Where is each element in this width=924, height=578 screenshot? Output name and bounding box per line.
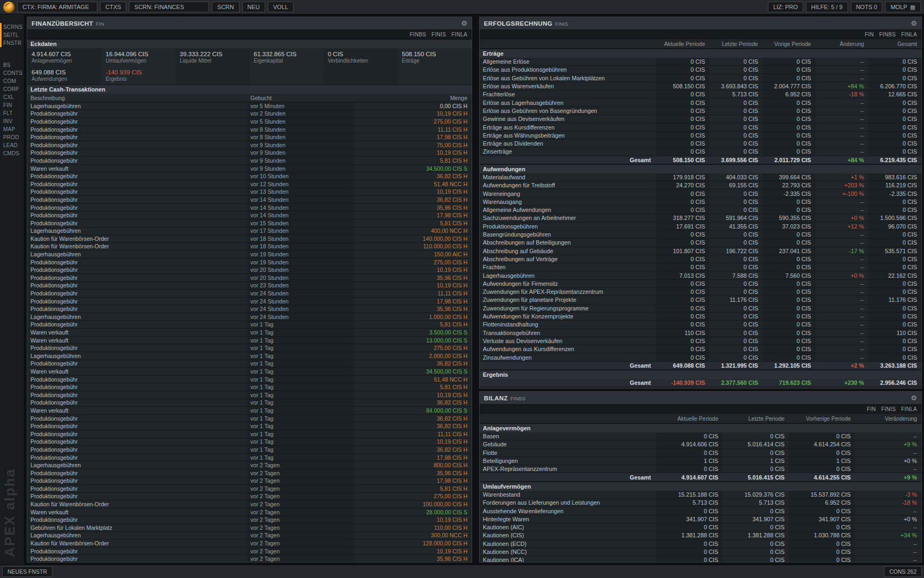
transaction-time: vor 2 Tagen — [247, 524, 353, 531]
table-row: APEX-Repräsentanzzentrum0 CIS0 CIS0 CIS-… — [480, 465, 921, 473]
tab-finla[interactable]: FINLA — [901, 406, 917, 412]
row-value: +0 % — [855, 515, 921, 523]
tab-finbs[interactable]: FINBS — [879, 32, 896, 37]
sidebar-item-prod[interactable]: PROD — [2, 133, 24, 141]
apex-logo-icon[interactable] — [3, 2, 14, 13]
tab-finla[interactable]: FINLA — [451, 32, 467, 37]
sidebar-item-fnstr[interactable]: FNSTR — [2, 39, 24, 47]
row-value: 719.623 CIS — [763, 379, 815, 386]
transaction-row: Produktionsgebührvor 15 Stunden5,81 CIS … — [27, 219, 472, 227]
transaction-description: Produktionsgebühr — [27, 298, 247, 305]
row-value: 399.664 CIS — [763, 173, 815, 181]
row-value: 0 CIS — [656, 305, 709, 312]
notifications-button[interactable]: NOTS 0 — [851, 2, 883, 12]
row-value: 0 CIS — [710, 329, 763, 337]
transaction-description: Produktionsgebühr — [27, 196, 247, 203]
column-aktuelle-periode: Aktuelle Periode — [656, 415, 722, 422]
screen-selector[interactable]: SCRN: FINANCES — [129, 2, 209, 12]
molp-button[interactable]: MOLP▦ — [885, 2, 921, 12]
row-value: 96.070 CIS — [868, 223, 921, 230]
tab-finis[interactable]: FINIS — [432, 32, 446, 37]
context-selector[interactable]: CTX: FIRMA: ARMITAGE — [17, 2, 97, 12]
row-value: -- — [815, 353, 868, 361]
sidebar-item-corp[interactable]: CORP — [2, 85, 24, 93]
sidebar-item-com[interactable]: COM — [2, 77, 24, 85]
row-value: 0 CIS — [710, 115, 763, 123]
panel-title: ERFOLGSRECHNUNG — [484, 20, 552, 27]
row-value: 101.807 CIS — [656, 247, 709, 255]
transaction-row: Produktionsgebührvor 8 Stunden17,98 CIS … — [27, 133, 472, 141]
transaction-amount: 10,19 CIS H — [354, 391, 472, 399]
sidebar-item-seitl[interactable]: SEITL — [2, 31, 24, 39]
row-value: 0 CIS — [656, 507, 722, 514]
eckdaten-cell: 508.150 CISErträge — [398, 48, 472, 66]
balance-table: AnlagevermögenBasen0 CIS0 CIS0 CIS--Gebä… — [480, 423, 921, 562]
row-value: 0 CIS — [789, 548, 855, 556]
neu-button[interactable]: NEU — [242, 2, 265, 12]
sidebar-item-conts[interactable]: CONTS — [2, 69, 24, 77]
scrn-button[interactable]: SCRN — [212, 2, 239, 12]
transaction-row: Lagerhausgebührenvor 2 Tagen300,00 NCC H — [27, 532, 472, 540]
sidebar-item-inv[interactable]: INV — [2, 117, 24, 125]
row-value: 0 CIS — [656, 189, 709, 197]
tab-finis[interactable]: FINIS — [881, 406, 896, 412]
row-value: -- — [815, 263, 868, 271]
sidebar-item-cxl[interactable]: CXL — [2, 93, 24, 101]
sidebar-item-lead[interactable]: LEAD — [2, 141, 24, 149]
voll-button[interactable]: VOLL — [268, 2, 294, 12]
sidebar-item-flt[interactable]: FLT — [2, 109, 24, 117]
sidebar-item-cmds[interactable]: CMDS — [2, 149, 24, 157]
transaction-amount: 275,00 CIS H — [354, 344, 472, 352]
tab-finla[interactable]: FINLA — [901, 32, 917, 37]
transaction-description: Produktionsgebühr — [27, 274, 247, 282]
console-button[interactable]: CONS 262 — [884, 566, 922, 577]
row-value: 4.614.255 CIS — [789, 473, 855, 481]
row-value: 237.041 CIS — [763, 247, 815, 255]
column-veraenderung: Veränderung — [855, 415, 921, 422]
row-value: 0 CIS — [763, 255, 815, 263]
sidebar-item-scrns[interactable]: SCRNS — [2, 23, 24, 31]
income-column-header: Aktuelle Periode Letzte Periode Vorige P… — [480, 39, 921, 49]
row-value: 0 CIS — [656, 345, 709, 353]
transaction-row: Lagerhausgebührenvor 24 Stunden1.000,00 … — [27, 313, 472, 321]
sidebar-item-map[interactable]: MAP — [2, 125, 24, 133]
gear-icon[interactable]: ⚙ — [911, 394, 917, 401]
transaction-row: Produktionsgebührvor 9 Stunden75,00 CIS … — [27, 141, 472, 149]
row-value: 0 CIS — [868, 313, 921, 320]
row-value: 0 CIS — [656, 548, 722, 556]
apex-app: CTX: FIRMA: ARMITAGE CTXS SCRN: FINANCES… — [0, 0, 924, 578]
transaction-row: Produktionsgebührvor 2 Tagen35,96 CIS H — [27, 555, 472, 562]
transaction-amount: 10,19 CIS H — [354, 438, 472, 446]
license-button[interactable]: LIZ: PRO — [768, 2, 803, 12]
row-value: 22.793 CIS — [763, 181, 815, 189]
row-value: 2.377.560 CIS — [710, 379, 763, 386]
new-window-button[interactable]: NEUES FNSTR — [2, 566, 52, 577]
row-value: 2.956.246 CIS — [868, 379, 921, 386]
tab-finbs[interactable]: FINBS — [410, 32, 426, 37]
transaction-row: Produktionsgebührvor 1 Tag36,82 CIS H — [27, 422, 472, 430]
eckdaten-label: Umlaufvermögen — [106, 58, 172, 64]
transaction-amount: 5,81 CIS H — [354, 157, 472, 164]
row-value: 0 CIS — [868, 123, 921, 131]
transaction-time: vor 2 Tagen — [247, 461, 353, 469]
total-row: Gesamt508.150 CIS3.699.556 CIS2.011.729 … — [480, 156, 921, 164]
transaction-description: Gebühren für Lokalen Marktplatz — [27, 524, 247, 531]
tab-fin[interactable]: FIN — [867, 406, 876, 412]
transaction-amount: 75,00 CIS H — [354, 141, 472, 149]
gear-icon[interactable]: ⚙ — [911, 20, 917, 27]
transaction-amount: 13.000,00 CIS S — [354, 337, 472, 344]
sidebar-item-fin[interactable]: FIN — [2, 101, 24, 109]
help-button[interactable]: HILFE: 5 / 9 — [806, 2, 848, 12]
sidebar-item-bs[interactable]: BS — [2, 61, 24, 69]
row-label: Gesamt — [480, 362, 656, 369]
gear-icon[interactable]: ⚙ — [461, 20, 467, 27]
ctxs-button[interactable]: CTXS — [100, 2, 126, 12]
transaction-description: Produktionsgebühr — [27, 321, 247, 329]
row-label: Warenausgang — [480, 198, 656, 206]
transaction-time: vor 15 Stunden — [247, 219, 353, 227]
row-value: 0 CIS — [763, 296, 815, 303]
tab-fin[interactable]: FIN — [865, 32, 874, 37]
column-aenderung: Änderung — [815, 41, 868, 47]
transaction-time: vor 1 Tag — [247, 352, 353, 360]
row-value: 0 CIS — [656, 432, 722, 440]
